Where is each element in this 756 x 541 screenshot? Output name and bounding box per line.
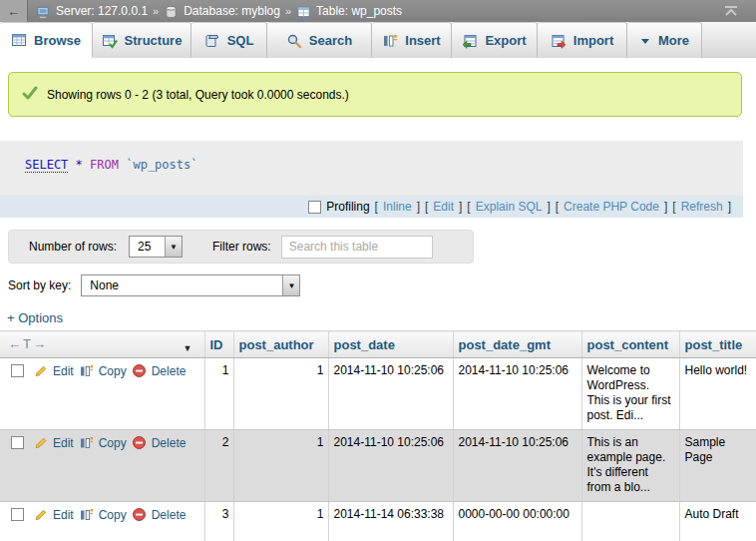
sort-by-key-select[interactable]: None ▼ xyxy=(81,274,300,296)
delete-row-link[interactable]: Delete xyxy=(152,364,187,378)
cell-post-content: This is an example page. It's different … xyxy=(581,430,679,502)
options-toggle-link[interactable]: + Options xyxy=(7,310,63,325)
breadcrumb-table-link[interactable]: Table: wp_posts xyxy=(316,4,402,18)
copy-icon xyxy=(79,435,94,450)
cell-id: 2 xyxy=(204,430,233,502)
edit-query-link[interactable]: Edit xyxy=(433,200,454,214)
column-header-post-date-gmt[interactable]: post_date_gmt xyxy=(453,331,581,358)
tab-export[interactable]: Export xyxy=(452,22,538,58)
row-select-checkbox[interactable] xyxy=(11,436,24,449)
nav-tee-icon[interactable]: T xyxy=(23,336,31,351)
phpmyadmin-window: ← Server: 127.0.0.1 » Database: myblog »… xyxy=(0,0,756,541)
column-header-post-content[interactable]: post_content xyxy=(581,331,679,358)
structure-icon xyxy=(102,33,118,49)
row-select-checkbox[interactable] xyxy=(11,508,24,521)
create-php-code-link[interactable]: Create PHP Code xyxy=(564,200,659,214)
pencil-icon xyxy=(33,363,48,378)
bracket: ] xyxy=(728,200,731,214)
nav-panel-collapse-button[interactable]: ← xyxy=(0,0,28,22)
cell-id: 1 xyxy=(204,358,233,430)
delete-row-link[interactable]: Delete xyxy=(152,436,187,450)
chevron-down-icon: ▼ xyxy=(165,237,182,257)
status-message-text: Showing rows 0 - 2 (3 total, Query took … xyxy=(47,88,349,102)
import-icon xyxy=(551,33,567,49)
bracket: [ xyxy=(672,200,675,214)
number-of-rows-label: Number of rows: xyxy=(29,240,117,254)
check-icon xyxy=(22,85,38,104)
browse-icon xyxy=(11,32,27,48)
table-row: Edit Copy Delete 1 1 2014-11-10 10:25:06… xyxy=(0,358,756,430)
edit-row-link[interactable]: Edit xyxy=(53,508,74,522)
actions-header: ← T → ▼ xyxy=(0,331,204,358)
sql-query-box: SELECT * FROM `wp_posts` xyxy=(0,141,743,196)
results-table: ← T → ▼ ID post_author post_date post_da… xyxy=(0,330,756,541)
sql-table-identifier: `wp_posts` xyxy=(126,158,197,172)
cell-post-author: 1 xyxy=(233,430,328,502)
table-icon xyxy=(296,4,311,19)
bracket: [ xyxy=(425,200,428,214)
tab-label: Browse xyxy=(34,33,81,48)
delete-row-link[interactable]: Delete xyxy=(152,508,187,522)
breadcrumb-separator: » xyxy=(285,5,291,17)
column-header-id[interactable]: ID xyxy=(204,331,233,358)
tab-label: Export xyxy=(485,33,526,48)
tab-structure[interactable]: Structure xyxy=(93,22,191,58)
rows-control-bar: Number of rows: 25 ▼ Filter rows: xyxy=(8,230,474,264)
number-of-rows-value: 25 xyxy=(130,237,165,257)
bracket: [ xyxy=(375,200,378,214)
filter-rows-label: Filter rows: xyxy=(212,240,271,254)
row-select-checkbox[interactable] xyxy=(11,364,24,377)
breadcrumb-separator: » xyxy=(153,5,159,17)
cell-post-date: 2014-11-10 10:25:06 xyxy=(328,358,453,430)
breadcrumb-server-link[interactable]: Server: 127.0.0.1 xyxy=(56,4,148,18)
actions-menu-arrow-icon[interactable]: ▼ xyxy=(184,343,192,353)
copy-icon xyxy=(79,507,94,522)
sort-row: Sort by key: None ▼ xyxy=(8,273,300,297)
column-browse-nav[interactable]: ← T → xyxy=(8,336,46,351)
tab-label: Search xyxy=(309,33,352,48)
cell-post-content xyxy=(581,502,679,541)
cell-post-content: Welcome to WordPress. This is your first… xyxy=(581,358,679,430)
tab-insert[interactable]: Insert xyxy=(372,22,452,58)
cell-post-date-gmt: 2014-11-10 10:25:06 xyxy=(453,358,581,430)
tab-browse[interactable]: Browse xyxy=(0,22,93,58)
tab-label: Import xyxy=(573,33,613,48)
copy-icon xyxy=(79,363,94,378)
tab-search[interactable]: Search xyxy=(267,22,372,58)
copy-row-link[interactable]: Copy xyxy=(99,508,127,522)
profiling-label: Profiling xyxy=(326,200,369,214)
filter-rows-input[interactable] xyxy=(281,236,433,259)
delete-icon xyxy=(132,435,147,450)
cell-post-date-gmt: 2014-11-10 10:25:06 xyxy=(453,430,581,502)
nav-left-arrow-icon[interactable]: ← xyxy=(8,336,21,351)
tab-more[interactable]: More xyxy=(627,22,702,58)
tab-label: Insert xyxy=(405,33,440,48)
breadcrumb: Server: 127.0.0.1 » Database: myblog » T… xyxy=(36,4,402,19)
cell-post-date: 2014-11-10 10:25:06 xyxy=(328,430,453,502)
tab-sql[interactable]: SQL xyxy=(191,22,267,58)
collapse-top-icon[interactable] xyxy=(722,3,740,19)
nav-right-arrow-icon[interactable]: → xyxy=(33,336,46,351)
number-of-rows-select[interactable]: 25 ▼ xyxy=(129,236,183,258)
bracket: ] xyxy=(417,200,420,214)
inline-link[interactable]: Inline xyxy=(383,200,412,214)
column-header-post-date[interactable]: post_date xyxy=(328,331,453,358)
sql-keyword-select[interactable]: SELECT xyxy=(25,158,68,173)
column-header-post-author[interactable]: post_author xyxy=(233,331,328,358)
tab-import[interactable]: Import xyxy=(538,22,627,58)
breadcrumb-database-link[interactable]: Database: myblog xyxy=(184,4,280,18)
copy-row-link[interactable]: Copy xyxy=(99,364,127,378)
edit-row-link[interactable]: Edit xyxy=(53,436,74,450)
sql-icon xyxy=(204,33,220,49)
profiling-checkbox[interactable] xyxy=(308,201,321,214)
column-header-post-title[interactable]: post_title xyxy=(679,331,756,358)
cell-post-author: 1 xyxy=(233,502,328,541)
edit-row-link[interactable]: Edit xyxy=(53,364,74,378)
tab-bar: Browse Structure SQL Search Insert Expor… xyxy=(0,22,756,58)
copy-row-link[interactable]: Copy xyxy=(99,436,127,450)
cell-id: 3 xyxy=(204,502,233,541)
cell-post-author: 1 xyxy=(233,358,328,430)
explain-sql-link[interactable]: Explain SQL xyxy=(476,200,543,214)
refresh-link[interactable]: Refresh xyxy=(681,200,723,214)
chevron-down-icon xyxy=(639,35,651,47)
